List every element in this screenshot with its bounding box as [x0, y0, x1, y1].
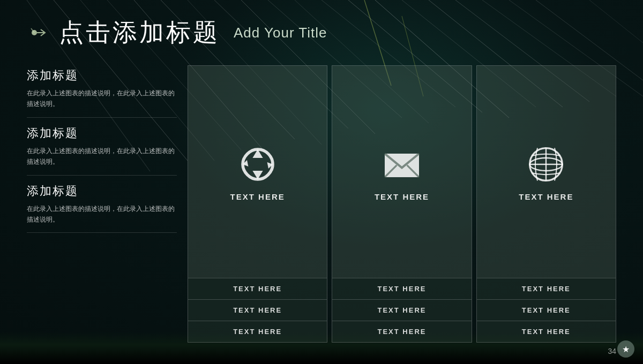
sidebar-item-1: 添加标题 在此录入上述图表的描述说明，在此录入上述图表的描述说明。 [27, 65, 177, 118]
card-1-row-1: TEXT HERE [188, 278, 327, 299]
card-1-row-2: TEXT HERE [188, 299, 327, 321]
card-3-row-1: TEXT HERE [477, 278, 616, 299]
card-1-top-text: TEXT HERE [230, 192, 285, 201]
page-content: 点击添加标题 Add Your Title 添加标题 在此录入上述图表的描述说明… [0, 0, 643, 364]
card-2-row-2: TEXT HERE [332, 299, 471, 321]
page-number: 34 [608, 347, 616, 355]
sidebar-item-2: 添加标题 在此录入上述图表的描述说明，在此录入上述图表的描述说明。 [27, 118, 177, 176]
sidebar-desc-2: 在此录入上述图表的描述说明，在此录入上述图表的描述说明。 [27, 146, 177, 168]
title-cn: 点击添加标题 [59, 16, 220, 49]
card-3: TEXT HERE TEXT HERE TEXT HERE TEXT HERE [476, 65, 616, 343]
title-en: Add Your Title [234, 25, 327, 41]
card-3-row-2: TEXT HERE [477, 299, 616, 321]
main-area: 添加标题 在此录入上述图表的描述说明，在此录入上述图表的描述说明。 添加标题 在… [27, 65, 616, 343]
card-1: TEXT HERE TEXT HERE TEXT HERE TEXT HERE [188, 65, 327, 343]
sidebar-title-1: 添加标题 [27, 67, 177, 84]
corner-button[interactable]: ★ [617, 340, 634, 358]
card-2: TEXT HERE TEXT HERE TEXT HERE TEXT HERE [332, 65, 472, 343]
sidebar-title-3: 添加标题 [27, 183, 177, 199]
mail-icon [380, 143, 423, 186]
card-3-top: TEXT HERE [477, 66, 616, 278]
header: 点击添加标题 Add Your Title [27, 16, 616, 49]
sidebar-title-2: 添加标题 [27, 125, 177, 141]
card-2-row-1: TEXT HERE [332, 278, 471, 299]
sidebar: 添加标题 在此录入上述图表的描述说明，在此录入上述图表的描述说明。 添加标题 在… [27, 65, 188, 343]
sidebar-desc-3: 在此录入上述图表的描述说明，在此录入上述图表的描述说明。 [27, 203, 177, 225]
cards-area: TEXT HERE TEXT HERE TEXT HERE TEXT HERE [188, 65, 616, 343]
arrow-icon [27, 21, 50, 44]
card-2-row-3: TEXT HERE [332, 321, 471, 342]
corner-btn-icon: ★ [622, 344, 630, 354]
card-2-rows: TEXT HERE TEXT HERE TEXT HERE [332, 278, 471, 342]
sidebar-item-3: 添加标题 在此录入上述图表的描述说明，在此录入上述图表的描述说明。 [27, 176, 177, 233]
card-2-top: TEXT HERE [332, 66, 471, 278]
card-3-top-text: TEXT HERE [519, 192, 573, 201]
card-1-top: TEXT HERE [188, 66, 327, 278]
card-1-row-3: TEXT HERE [188, 321, 327, 342]
card-3-rows: TEXT HERE TEXT HERE TEXT HERE [477, 278, 616, 342]
card-1-rows: TEXT HERE TEXT HERE TEXT HERE [188, 278, 327, 342]
card-3-row-3: TEXT HERE [477, 321, 616, 342]
recycle-icon [236, 143, 279, 186]
globe-icon [525, 143, 567, 186]
sidebar-desc-1: 在此录入上述图表的描述说明，在此录入上述图表的描述说明。 [27, 88, 177, 110]
card-2-top-text: TEXT HERE [375, 192, 429, 201]
